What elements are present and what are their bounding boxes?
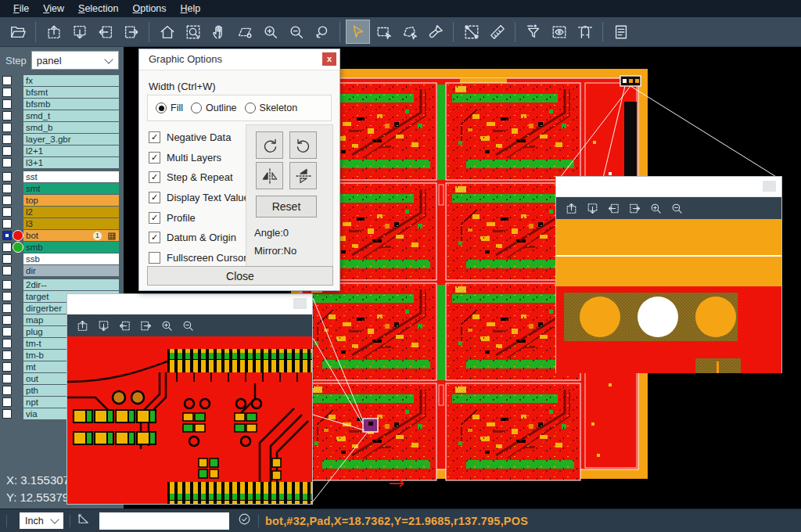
layer-row-fx[interactable]: fx xyxy=(0,75,124,86)
menu-item-help[interactable]: Help xyxy=(174,2,208,16)
zoom-out-button[interactable] xyxy=(178,316,198,335)
rotate-cw-button[interactable] xyxy=(256,131,283,159)
layer-visibility-checkbox[interactable] xyxy=(2,146,12,156)
radio-outline[interactable]: Outline xyxy=(191,102,237,113)
layer-visibility-checkbox[interactable] xyxy=(2,88,12,97)
layer-visibility-checkbox[interactable] xyxy=(2,339,12,348)
command-input[interactable] xyxy=(99,512,229,530)
zoom-polygon-button[interactable] xyxy=(232,20,257,44)
layer-visibility-checkbox[interactable] xyxy=(2,231,12,240)
layer-name[interactable]: top xyxy=(23,195,119,206)
layer-name[interactable]: layer_3.gbr xyxy=(23,134,119,145)
checkbox-icon[interactable]: ✓ xyxy=(149,171,160,183)
rotate-ccw-button[interactable] xyxy=(289,131,317,159)
layer-visibility-checkbox[interactable] xyxy=(2,292,12,301)
checkbox-icon[interactable]: ✓ xyxy=(149,212,160,224)
option-display-text-value[interactable]: ✓Display Text Value xyxy=(149,188,250,208)
layer-row-l3+1[interactable]: l3+1 xyxy=(0,157,124,168)
snap-button[interactable] xyxy=(573,20,597,44)
layer-name[interactable]: bfsmb xyxy=(23,99,119,110)
option-profile[interactable]: ✓Profile xyxy=(149,207,250,228)
menu-item-file[interactable]: File xyxy=(6,2,36,16)
layer-row-l2+1[interactable]: l2+1 xyxy=(0,146,124,156)
menu-item-selection[interactable]: Selection xyxy=(71,2,125,16)
polygon-select-button[interactable] xyxy=(397,20,422,44)
pan-down-button[interactable] xyxy=(67,20,92,44)
layer-name[interactable]: l2+1 xyxy=(23,146,119,156)
pan-up-button[interactable] xyxy=(73,316,92,335)
layer-visibility-checkbox[interactable] xyxy=(2,123,12,132)
pan-right-button[interactable] xyxy=(136,316,156,335)
layer-row-layer_3.gbr[interactable]: layer_3.gbr xyxy=(0,134,124,145)
layer-visibility-checkbox[interactable] xyxy=(2,76,12,85)
pan-right-button[interactable] xyxy=(119,20,143,44)
layer-visibility-checkbox[interactable] xyxy=(2,304,12,313)
layer-visibility-checkbox[interactable] xyxy=(2,99,12,109)
layer-visibility-checkbox[interactable] xyxy=(2,362,12,372)
option-fullscreen-cursor[interactable]: Fullscreen Cursor xyxy=(149,248,250,268)
layer-row-bot[interactable]: bot1 xyxy=(0,230,124,241)
layer-row-dir[interactable]: dir xyxy=(0,265,124,276)
checkbox-icon[interactable]: ✓ xyxy=(149,131,160,143)
layer-row-bfsmb[interactable]: bfsmb xyxy=(0,99,124,110)
layer-row-bfsmt[interactable]: bfsmt xyxy=(0,87,124,98)
option-multi-layers[interactable]: ✓Multi Layers xyxy=(149,148,250,168)
layer-visibility-checkbox[interactable] xyxy=(2,184,12,193)
layer-row-smb[interactable]: smb xyxy=(0,242,124,253)
dialog-titlebar[interactable]: Graphic Options x xyxy=(139,49,339,70)
layer-name[interactable]: l3+1 xyxy=(23,157,119,168)
reset-button[interactable]: Reset xyxy=(256,196,317,217)
layer-visibility-checkbox[interactable] xyxy=(2,397,12,407)
layer-row-ssb[interactable]: ssb xyxy=(0,253,124,264)
option-datum-origin[interactable]: ✓Datum & Origin xyxy=(149,228,250,248)
layer-name[interactable]: smd_b xyxy=(23,122,119,133)
window-anchor-button[interactable] xyxy=(293,298,307,309)
pan-down-button[interactable] xyxy=(583,199,602,217)
zoom-out-button[interactable] xyxy=(667,199,687,217)
layer-name[interactable]: bot1 xyxy=(23,230,119,241)
layer-row-l3[interactable]: l3 xyxy=(0,218,124,229)
layer-visibility-checkbox[interactable] xyxy=(2,254,12,264)
layer-visibility-checkbox[interactable] xyxy=(2,280,12,289)
ruler-button[interactable] xyxy=(485,20,509,44)
layer-name[interactable]: sst xyxy=(23,171,119,182)
layer-name[interactable]: l2 xyxy=(23,207,119,217)
magnifier-window-titlebar[interactable] xyxy=(67,294,312,315)
layer-visibility-checkbox[interactable] xyxy=(2,350,12,360)
layer-visibility-checkbox[interactable] xyxy=(2,386,12,395)
layer-row-2dir--[interactable]: 2dir-- xyxy=(0,279,124,290)
open-file-button[interactable] xyxy=(5,20,30,44)
layer-view-button[interactable] xyxy=(547,20,571,44)
layer-visibility-checkbox[interactable] xyxy=(2,172,12,182)
layer-row-smt[interactable]: smt xyxy=(0,183,124,194)
magnifier-view-pads[interactable] xyxy=(556,219,781,373)
layer-name[interactable]: fx xyxy=(23,75,119,86)
pan-right-button[interactable] xyxy=(625,199,645,217)
layer-name[interactable]: smt xyxy=(23,183,119,194)
radio-fill[interactable]: Fill xyxy=(156,102,183,113)
grid-icon[interactable] xyxy=(108,232,116,239)
close-button[interactable]: Close xyxy=(147,266,333,286)
layer-row-l2[interactable]: l2 xyxy=(0,207,124,217)
active-layer-dot-icon[interactable] xyxy=(13,230,23,241)
home-button[interactable] xyxy=(155,20,179,44)
magnifier-window-pads[interactable] xyxy=(555,176,782,373)
zoom-in-button[interactable] xyxy=(258,20,282,44)
option-negative-data[interactable]: ✓Negative Data xyxy=(149,128,250,148)
zoom-in-button[interactable] xyxy=(646,199,666,217)
layer-visibility-checkbox[interactable] xyxy=(2,374,12,383)
checkbox-icon[interactable]: ✓ xyxy=(149,192,160,203)
magnifier-view-detail[interactable] xyxy=(67,336,312,504)
report-button[interactable] xyxy=(609,20,633,44)
step-select[interactable]: panel xyxy=(31,51,119,70)
layer-visibility-checkbox[interactable] xyxy=(2,111,12,120)
layer-visibility-checkbox[interactable] xyxy=(2,196,12,205)
checkbox-icon[interactable]: ✓ xyxy=(149,232,160,243)
close-icon[interactable]: x xyxy=(322,52,336,66)
layer-visibility-checkbox[interactable] xyxy=(2,266,12,275)
magnifier-window-titlebar[interactable] xyxy=(556,177,781,197)
filter-button[interactable] xyxy=(521,20,545,44)
checkbox-icon[interactable] xyxy=(149,252,160,264)
layer-visibility-checkbox[interactable] xyxy=(2,409,12,419)
pan-up-button[interactable] xyxy=(41,20,66,44)
